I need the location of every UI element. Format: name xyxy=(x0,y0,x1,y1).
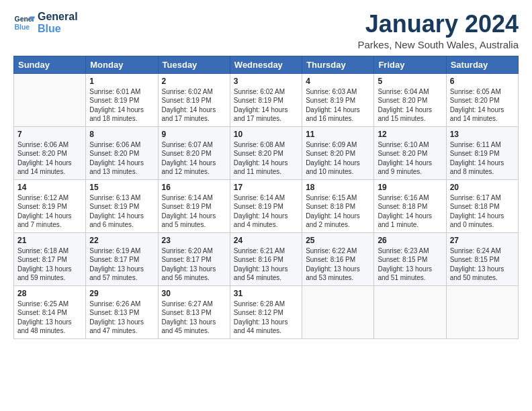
day-number: 26 xyxy=(378,236,442,245)
calendar-cell: 24Sunrise: 6:21 AM Sunset: 8:16 PM Dayli… xyxy=(230,232,302,285)
calendar-cell: 9Sunrise: 6:07 AM Sunset: 8:20 PM Daylig… xyxy=(158,126,230,179)
calendar-week-row: 14Sunrise: 6:12 AM Sunset: 8:19 PM Dayli… xyxy=(14,179,519,232)
day-number: 15 xyxy=(89,183,154,192)
weekday-header-tuesday: Tuesday xyxy=(158,56,230,73)
day-number: 11 xyxy=(306,130,370,139)
calendar-cell: 14Sunrise: 6:12 AM Sunset: 8:19 PM Dayli… xyxy=(14,179,86,232)
title-block: January 2024 Parkes, New South Wales, Au… xyxy=(357,11,519,50)
calendar-cell: 17Sunrise: 6:14 AM Sunset: 8:19 PM Dayli… xyxy=(230,179,302,232)
calendar-cell: 4Sunrise: 6:03 AM Sunset: 8:19 PM Daylig… xyxy=(302,73,374,126)
calendar-cell: 28Sunrise: 6:25 AM Sunset: 8:14 PM Dayli… xyxy=(14,285,86,338)
logo-text-line2: Blue xyxy=(38,23,78,35)
day-info: Sunrise: 6:07 AM Sunset: 8:20 PM Dayligh… xyxy=(162,140,226,177)
day-info: Sunrise: 6:05 AM Sunset: 8:20 PM Dayligh… xyxy=(450,87,515,124)
day-number: 2 xyxy=(162,77,226,86)
day-info: Sunrise: 6:13 AM Sunset: 8:19 PM Dayligh… xyxy=(89,193,154,230)
weekday-header-monday: Monday xyxy=(86,56,158,73)
calendar-week-row: 7Sunrise: 6:06 AM Sunset: 8:20 PM Daylig… xyxy=(14,126,519,179)
day-info: Sunrise: 6:27 AM Sunset: 8:13 PM Dayligh… xyxy=(162,300,226,336)
calendar-cell: 12Sunrise: 6:10 AM Sunset: 8:20 PM Dayli… xyxy=(374,126,446,179)
day-number: 7 xyxy=(17,130,82,139)
calendar-cell: 26Sunrise: 6:23 AM Sunset: 8:15 PM Dayli… xyxy=(374,232,446,285)
calendar-cell: 11Sunrise: 6:09 AM Sunset: 8:20 PM Dayli… xyxy=(302,126,374,179)
day-number: 12 xyxy=(378,130,442,139)
day-number: 21 xyxy=(17,236,82,245)
day-number: 18 xyxy=(306,183,370,192)
weekday-header-friday: Friday xyxy=(374,56,446,73)
svg-text:Blue: Blue xyxy=(15,23,30,30)
day-info: Sunrise: 6:12 AM Sunset: 8:19 PM Dayligh… xyxy=(17,193,82,230)
day-number: 17 xyxy=(234,183,298,192)
header: General Blue General Blue January 2024 P… xyxy=(13,11,519,50)
day-number: 8 xyxy=(89,130,154,139)
calendar-cell: 8Sunrise: 6:06 AM Sunset: 8:20 PM Daylig… xyxy=(86,126,158,179)
day-number: 24 xyxy=(234,236,298,245)
calendar-cell xyxy=(374,285,446,338)
day-number: 27 xyxy=(450,236,515,245)
calendar-cell xyxy=(302,285,374,338)
day-info: Sunrise: 6:28 AM Sunset: 8:12 PM Dayligh… xyxy=(234,300,298,336)
day-info: Sunrise: 6:09 AM Sunset: 8:20 PM Dayligh… xyxy=(306,140,370,177)
day-number: 22 xyxy=(89,236,154,245)
day-number: 6 xyxy=(450,77,515,86)
calendar-cell: 16Sunrise: 6:14 AM Sunset: 8:19 PM Dayli… xyxy=(158,179,230,232)
day-info: Sunrise: 6:14 AM Sunset: 8:19 PM Dayligh… xyxy=(162,193,226,230)
calendar-cell: 21Sunrise: 6:18 AM Sunset: 8:17 PM Dayli… xyxy=(14,232,86,285)
calendar-cell: 10Sunrise: 6:08 AM Sunset: 8:20 PM Dayli… xyxy=(230,126,302,179)
calendar-cell: 1Sunrise: 6:01 AM Sunset: 8:19 PM Daylig… xyxy=(86,73,158,126)
calendar-week-row: 21Sunrise: 6:18 AM Sunset: 8:17 PM Dayli… xyxy=(14,232,519,285)
day-number: 13 xyxy=(450,130,515,139)
calendar-cell: 19Sunrise: 6:16 AM Sunset: 8:18 PM Dayli… xyxy=(374,179,446,232)
weekday-header-thursday: Thursday xyxy=(302,56,374,73)
day-info: Sunrise: 6:02 AM Sunset: 8:19 PM Dayligh… xyxy=(234,87,298,124)
day-number: 25 xyxy=(306,236,370,245)
day-number: 16 xyxy=(162,183,226,192)
day-info: Sunrise: 6:18 AM Sunset: 8:17 PM Dayligh… xyxy=(17,246,82,283)
weekday-header-sunday: Sunday xyxy=(14,56,86,73)
logo-icon: General Blue xyxy=(13,12,35,34)
calendar-cell: 27Sunrise: 6:24 AM Sunset: 8:15 PM Dayli… xyxy=(446,232,518,285)
calendar-cell: 18Sunrise: 6:15 AM Sunset: 8:18 PM Dayli… xyxy=(302,179,374,232)
calendar-cell: 15Sunrise: 6:13 AM Sunset: 8:19 PM Dayli… xyxy=(86,179,158,232)
day-info: Sunrise: 6:08 AM Sunset: 8:20 PM Dayligh… xyxy=(234,140,298,177)
calendar-cell xyxy=(14,73,86,126)
calendar-cell xyxy=(446,285,518,338)
calendar-cell: 2Sunrise: 6:02 AM Sunset: 8:19 PM Daylig… xyxy=(158,73,230,126)
page: General Blue General Blue January 2024 P… xyxy=(0,0,532,411)
day-number: 28 xyxy=(17,289,82,298)
day-number: 10 xyxy=(234,130,298,139)
day-number: 20 xyxy=(450,183,515,192)
day-number: 5 xyxy=(378,77,442,86)
calendar-cell: 5Sunrise: 6:04 AM Sunset: 8:20 PM Daylig… xyxy=(374,73,446,126)
day-info: Sunrise: 6:22 AM Sunset: 8:16 PM Dayligh… xyxy=(306,246,370,283)
day-number: 9 xyxy=(162,130,226,139)
day-number: 23 xyxy=(162,236,226,245)
day-info: Sunrise: 6:11 AM Sunset: 8:19 PM Dayligh… xyxy=(450,140,515,177)
day-number: 29 xyxy=(89,289,154,298)
day-info: Sunrise: 6:17 AM Sunset: 8:18 PM Dayligh… xyxy=(450,193,515,230)
day-info: Sunrise: 6:19 AM Sunset: 8:17 PM Dayligh… xyxy=(89,246,154,283)
calendar-cell: 29Sunrise: 6:26 AM Sunset: 8:13 PM Dayli… xyxy=(86,285,158,338)
logo: General Blue General Blue xyxy=(13,11,78,34)
day-info: Sunrise: 6:02 AM Sunset: 8:19 PM Dayligh… xyxy=(162,87,226,124)
day-number: 30 xyxy=(162,289,226,298)
calendar-cell: 31Sunrise: 6:28 AM Sunset: 8:12 PM Dayli… xyxy=(230,285,302,338)
calendar-cell: 30Sunrise: 6:27 AM Sunset: 8:13 PM Dayli… xyxy=(158,285,230,338)
day-info: Sunrise: 6:06 AM Sunset: 8:20 PM Dayligh… xyxy=(17,140,82,177)
calendar-cell: 25Sunrise: 6:22 AM Sunset: 8:16 PM Dayli… xyxy=(302,232,374,285)
day-number: 19 xyxy=(378,183,442,192)
day-info: Sunrise: 6:03 AM Sunset: 8:19 PM Dayligh… xyxy=(306,87,370,124)
day-number: 14 xyxy=(17,183,82,192)
day-info: Sunrise: 6:15 AM Sunset: 8:18 PM Dayligh… xyxy=(306,193,370,230)
page-title: January 2024 xyxy=(357,11,519,38)
calendar-cell: 7Sunrise: 6:06 AM Sunset: 8:20 PM Daylig… xyxy=(14,126,86,179)
day-number: 3 xyxy=(234,77,298,86)
weekday-header-wednesday: Wednesday xyxy=(230,56,302,73)
day-info: Sunrise: 6:06 AM Sunset: 8:20 PM Dayligh… xyxy=(89,140,154,177)
calendar-table: SundayMondayTuesdayWednesdayThursdayFrid… xyxy=(13,56,519,339)
day-info: Sunrise: 6:23 AM Sunset: 8:15 PM Dayligh… xyxy=(378,246,442,283)
day-number: 1 xyxy=(89,77,154,86)
day-info: Sunrise: 6:26 AM Sunset: 8:13 PM Dayligh… xyxy=(89,300,154,336)
logo-text-line1: General xyxy=(38,11,78,23)
day-info: Sunrise: 6:10 AM Sunset: 8:20 PM Dayligh… xyxy=(378,140,442,177)
